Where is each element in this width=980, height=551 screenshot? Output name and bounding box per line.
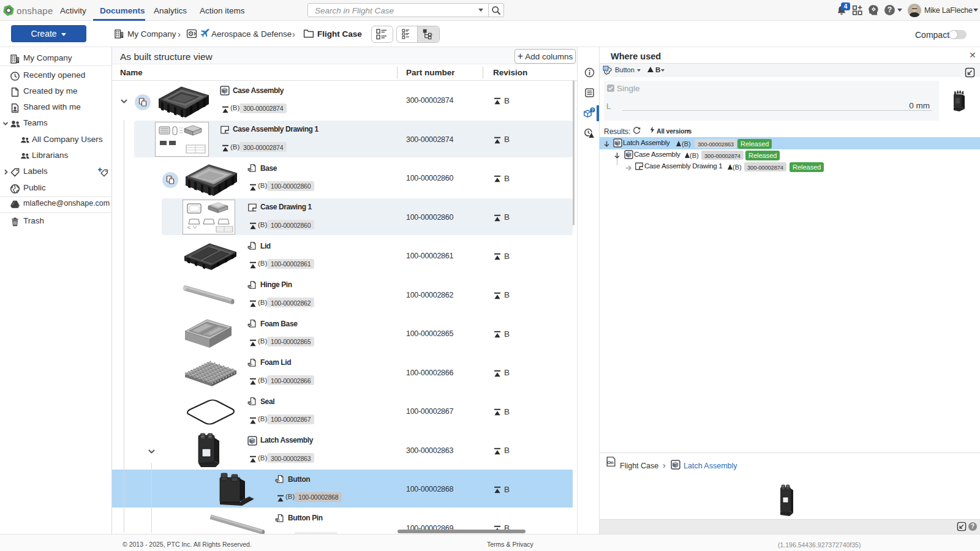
svg-text:?: ? <box>592 108 594 112</box>
svg-text:On: On <box>607 460 614 465</box>
